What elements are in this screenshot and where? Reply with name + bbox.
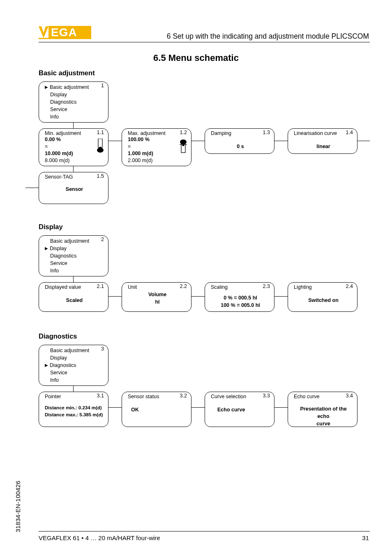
menu-item: Display — [45, 91, 104, 98]
card-number: 3.2 — [180, 393, 187, 399]
card-scaling: 2.3 Scaling 0 % = 000.5 hl 100 % = 005.0… — [205, 282, 274, 312]
card-number: 2.1 — [97, 283, 104, 289]
card-title: Scaling — [211, 284, 270, 290]
value: linear — [294, 144, 353, 149]
header-rule — [39, 42, 370, 42]
value: = — [45, 143, 104, 150]
card-min-adjustment: 1.1 Min. adjustment 0.00 % = 10.000 m(d)… — [39, 128, 108, 166]
slider-max-icon — [179, 139, 188, 153]
menu-item: Diagnostics — [45, 98, 104, 106]
svg-text:EGA: EGA — [51, 26, 77, 39]
card-number: 1.5 — [97, 173, 104, 179]
value: 100 % = 005.0 hl — [211, 302, 270, 309]
svg-rect-8 — [182, 144, 184, 146]
value: Distance max.: 5.385 m(d) — [45, 411, 104, 418]
card-number: 3.4 — [346, 393, 353, 399]
card-sensor-tag: 1.5 Sensor-TAG Sensor — [39, 172, 108, 204]
card-number: 3.3 — [263, 393, 270, 399]
card-number: 2 — [101, 237, 104, 242]
menu-item: ▶Display — [45, 245, 104, 252]
connector — [73, 386, 74, 392]
document-code: 31834-EN-100426 — [14, 480, 21, 532]
value: hl — [128, 298, 187, 306]
connector — [25, 188, 39, 188]
value: Scaled — [45, 297, 104, 303]
menu-card-basic: 1 ▶Basic adjustment Display Diagnostics … — [39, 81, 108, 123]
card-linearisation: 1.4 Linearisation curve linear — [288, 128, 357, 154]
triangle-icon: ▶ — [45, 245, 48, 252]
menu-item: Info — [45, 113, 104, 121]
value: OK — [128, 407, 187, 413]
connector — [108, 407, 122, 408]
card-echo-curve: 3.4 Echo curve Presentation of the echo … — [288, 392, 357, 427]
triangle-icon: ▶ — [45, 84, 48, 91]
connector — [274, 141, 288, 141]
svg-rect-5 — [99, 147, 101, 149]
menu-card-display: 2 Basic adjustment ▶Display Diagnostics … — [39, 235, 108, 276]
connector — [274, 296, 288, 297]
card-number: 2.2 — [180, 283, 187, 289]
card-number: 3.1 — [97, 393, 104, 399]
connector — [73, 276, 74, 282]
triangle-icon: ▶ — [45, 362, 48, 369]
card-title: Curve selection — [211, 394, 270, 399]
chapter-title: 6 Set up with the indicating and adjustm… — [167, 32, 369, 41]
menu-item: Info — [45, 376, 104, 384]
value: Volume — [128, 291, 187, 298]
card-title: Lighting — [294, 284, 353, 290]
menu-item: Service — [45, 260, 104, 267]
connector — [357, 141, 370, 141]
card-title: Max. adjustment — [128, 130, 187, 136]
connector — [191, 296, 205, 297]
card-title: Displayed value — [45, 284, 104, 290]
card-title: Sensor-TAG — [45, 174, 104, 180]
menu-item: ▶Basic adjustment — [45, 84, 104, 91]
connector — [73, 166, 74, 172]
value: 0 s — [211, 144, 270, 149]
section-title: 6.5 Menu schematic — [0, 53, 392, 63]
card-damping: 1.3 Damping 0 s — [205, 128, 274, 154]
card-title: Min. adjustment — [45, 130, 104, 136]
connector — [73, 123, 74, 128]
value: 100.00 % — [128, 136, 187, 143]
basic-adjustment-heading: Basic adjustment — [39, 69, 95, 77]
value: curve — [294, 420, 353, 427]
menu-item: Display — [45, 354, 104, 362]
connector — [108, 296, 122, 297]
footer-product: VEGAFLEX 61 • 4 … 20 mA/HART four-wire — [39, 534, 160, 541]
value: 10.000 m(d) — [45, 150, 104, 157]
vega-logo: EGA — [39, 24, 91, 40]
card-title: Damping — [211, 130, 270, 136]
card-number: 3 — [101, 346, 104, 352]
card-number: 1 — [101, 83, 104, 88]
connector — [274, 407, 288, 408]
card-number: 1.2 — [180, 130, 187, 135]
menu-item: ▶Diagnostics — [45, 362, 104, 369]
value: 8.000 m(d) — [45, 157, 104, 164]
svg-rect-2 — [39, 38, 91, 39]
card-title: Sensor status — [128, 394, 187, 399]
value: Echo curve — [211, 407, 270, 413]
value: 0 % = 000.5 hl — [211, 294, 270, 302]
menu-item: Diagnostics — [45, 252, 104, 260]
card-number: 2.3 — [263, 283, 270, 289]
value: 1.000 m(d) — [128, 150, 187, 157]
card-max-adjustment: 1.2 Max. adjustment 100.00 % = 1.000 m(d… — [122, 128, 191, 166]
card-displayed-value: 2.1 Displayed value Scaled — [39, 282, 108, 312]
value: Sensor — [45, 186, 104, 192]
card-number: 1.1 — [97, 130, 104, 135]
card-number: 1.3 — [263, 130, 270, 135]
menu-card-diagnostics: 3 Basic adjustment Display ▶Diagnostics … — [39, 345, 108, 386]
value: 2.000 m(d) — [128, 157, 187, 164]
menu-item: Basic adjustment — [45, 347, 104, 354]
card-pointer: 3.1 Pointer Distance min.: 0.234 m(d) Di… — [39, 392, 108, 427]
svg-rect-3 — [98, 139, 102, 148]
value: = — [128, 143, 187, 150]
card-title: Linearisation curve — [294, 130, 353, 136]
value: Distance min.: 0.234 m(d) — [45, 404, 104, 411]
display-heading: Display — [39, 223, 63, 231]
card-unit: 2.2 Unit Volume hl — [122, 282, 191, 312]
value: Presentation of the echo — [294, 405, 353, 420]
card-lighting: 2.4 Lighting Switched on — [288, 282, 357, 312]
slider-min-icon — [96, 139, 105, 153]
